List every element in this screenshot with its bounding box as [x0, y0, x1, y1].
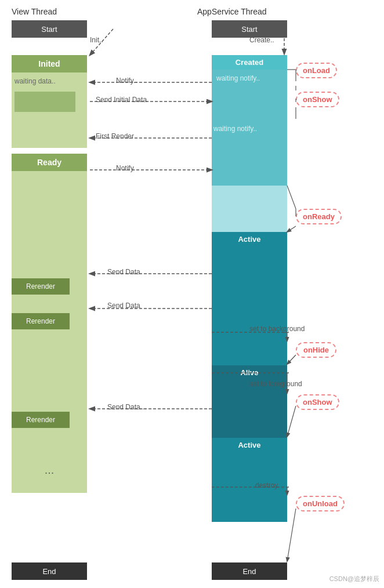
view-start-block: Start	[12, 20, 87, 38]
view-dots: ...	[12, 447, 87, 493]
svg-line-11	[287, 226, 296, 232]
app-end-block: End	[212, 562, 287, 580]
destroy-label: destroy	[255, 481, 278, 489]
set-background-label: set to background	[249, 325, 305, 333]
view-rerender3-block: Rerender	[12, 412, 70, 428]
view-rerender2-block: Rerender	[12, 313, 70, 329]
send-data1-label: Send Data	[107, 268, 140, 276]
view-inner-box	[15, 92, 75, 112]
app-light-area	[212, 186, 287, 232]
set-foreground-label: set to foreground	[249, 380, 302, 388]
notify2-label: Notify.	[116, 164, 135, 172]
send-data2-label: Send Data	[107, 302, 140, 310]
svg-line-16	[287, 355, 296, 364]
app-active2-label: Active	[212, 438, 287, 452]
onhide-callback: onHide	[296, 342, 336, 358]
first-render-label: First Render	[96, 132, 134, 140]
diagram-container: View Thread AppService Thread Start Init…	[0, 0, 384, 588]
app-waiting-notify2: waiting notify..	[213, 125, 257, 133]
app-alive-label: Alive	[212, 365, 287, 380]
onready-callback: onReady	[296, 209, 342, 224]
view-waiting-text: waiting data..	[15, 77, 56, 85]
onload-callback: onLoad	[296, 63, 337, 78]
view-rerender1-block: Rerender	[12, 278, 70, 295]
onunload-callback: onUnload	[296, 496, 345, 511]
app-waiting-notify1: waiting notify..	[216, 74, 260, 82]
svg-line-23	[287, 509, 296, 561]
send-initial-label: Send Initial Data	[96, 96, 147, 104]
app-created-label: Created	[212, 55, 287, 70]
create-label: Create..	[249, 36, 274, 44]
app-active1-label: Active	[212, 232, 287, 246]
app-start-block: Start	[212, 20, 287, 38]
app-alive-body	[212, 380, 287, 438]
init-label: Init..	[90, 36, 103, 44]
view-thread-header: View Thread	[12, 7, 57, 16]
view-inited-block: Inited	[12, 55, 87, 72]
watermark: CSDN@追梦梓辰	[329, 575, 379, 583]
view-ready-block: Ready	[12, 154, 87, 171]
onshow1-callback: onShow	[296, 92, 339, 107]
view-end-block: End	[12, 562, 87, 580]
svg-line-9	[287, 186, 296, 209]
notify1-label: Notify..	[116, 77, 137, 85]
svg-line-19	[287, 406, 296, 437]
onshow2-callback: onShow	[296, 394, 339, 410]
app-active1-body	[212, 246, 287, 365]
send-data3-label: Send Data...	[107, 403, 146, 411]
app-thread-header: AppService Thread	[197, 7, 267, 16]
